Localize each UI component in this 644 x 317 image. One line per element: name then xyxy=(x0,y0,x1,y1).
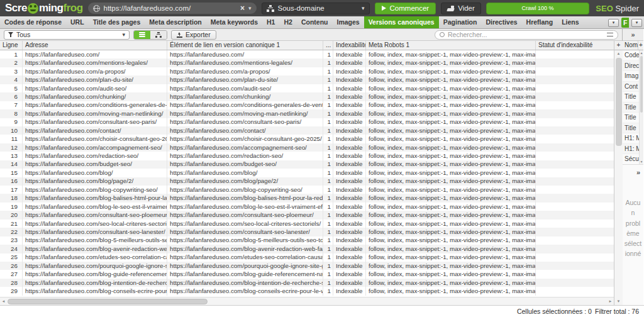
column-header-adresse[interactable]: Adresse xyxy=(23,41,167,50)
tab-9[interactable]: Versions canoniques xyxy=(364,16,439,28)
table-row[interactable]: 2https://lafanfareduseo.com/mentions-leg… xyxy=(0,58,614,67)
table-header-row: Ligne Adresse Élément de lien en version… xyxy=(0,41,614,50)
url-input[interactable]: https://lafanfareduseo.com/ × ▾ xyxy=(88,3,257,14)
tab-8[interactable]: Images xyxy=(332,16,364,28)
tab-1[interactable]: URL xyxy=(66,16,89,28)
tab-14[interactable]: AMP xyxy=(584,16,586,28)
clear-crawl-button[interactable]: Vider xyxy=(441,3,481,14)
url-history-caret-icon[interactable]: ▾ xyxy=(248,6,252,11)
vertical-scrollbar[interactable]: ▲ ▼ xyxy=(614,50,623,305)
start-crawl-button[interactable]: Commencer xyxy=(375,3,436,14)
clear-url-icon[interactable]: × xyxy=(240,4,245,12)
table-row[interactable]: 13https://lafanfareduseo.com/redaction-s… xyxy=(0,152,614,160)
cell-canonical: https://lafanfareduseo.com/blog/page/2/ xyxy=(167,177,323,186)
table-row[interactable]: 17https://lafanfareduseo.com/blog-copywr… xyxy=(0,186,614,194)
panel-scroll-down-icon[interactable]: ▼ xyxy=(640,159,643,164)
cell-ligne: 12 xyxy=(0,143,23,152)
panel-scrollbar[interactable]: ▲▼ xyxy=(639,50,643,164)
cell-indexability-status xyxy=(536,194,614,202)
cell-indexability-status xyxy=(536,169,614,177)
expand-panel-button-bottom[interactable]: » xyxy=(623,165,643,180)
crawl-scope-select[interactable]: Sous-domaine ▾ xyxy=(262,3,370,14)
table-row[interactable]: 21https://lafanfareduseo.com/seo-local-c… xyxy=(0,220,614,228)
column-header-meta-robots[interactable]: Meta Robots 1 xyxy=(366,41,536,50)
horizontal-scrollbar[interactable]: ◄ ► xyxy=(0,297,614,305)
scroll-up-icon[interactable]: ▲ xyxy=(614,50,623,57)
table-row[interactable]: 6https://lafanfareduseo.com/chunking/htt… xyxy=(0,92,614,101)
frog-icon xyxy=(28,3,38,14)
column-header-indexability-status[interactable]: Statut d'indexabilité xyxy=(536,41,614,50)
table-row[interactable]: 10https://lafanfareduseo.com/contact/htt… xyxy=(0,126,614,135)
column-header-occurrences[interactable]: ... xyxy=(323,41,333,50)
cell-canonical: https://lafanfareduseo.com/budget-seo/ xyxy=(167,160,323,169)
add-column-button[interactable]: + xyxy=(614,41,623,50)
tree-view-button[interactable] xyxy=(150,31,167,39)
table-row[interactable]: 7https://lafanfareduseo.com/conditions-g… xyxy=(0,101,614,109)
table-row[interactable]: 11https://lafanfareduseo.com/choisir-con… xyxy=(0,135,614,143)
table-row[interactable]: 19https://lafanfareduseo.com/blog-le-seo… xyxy=(0,203,614,211)
column-header-indexability[interactable]: Indexabilité xyxy=(333,41,366,50)
table-row[interactable]: 23https://lafanfareduseo.com/blog-5-meil… xyxy=(0,236,614,245)
table-row[interactable]: 9https://lafanfareduseo.com/consultant-s… xyxy=(0,118,614,126)
right-panel-tab-dropdown[interactable]: ▾ xyxy=(631,19,642,27)
url-value[interactable]: https://lafanfareduseo.com/ xyxy=(104,4,236,12)
cell-ligne: 10 xyxy=(0,126,23,135)
tab-overflow-dropdown[interactable]: ▾ xyxy=(608,19,619,27)
list-view-button[interactable] xyxy=(134,31,150,39)
cell-canonical: https://lafanfareduseo.com/pourquoi-goog… xyxy=(167,262,323,270)
table-row[interactable]: 28https://lafanfareduseo.com/blog-intent… xyxy=(0,279,614,287)
tab-5[interactable]: H1 xyxy=(262,16,279,28)
tab-4[interactable]: Meta keywords xyxy=(206,16,262,28)
filter-select[interactable]: Tous ▾ xyxy=(4,30,130,40)
cell-occurrences: 1 xyxy=(323,287,333,295)
table-row[interactable]: 16https://lafanfareduseo.com/blog/page/2… xyxy=(0,177,614,186)
tab-10[interactable]: Pagination xyxy=(439,16,482,28)
cell-meta-robots: follow, index, max-snippet:-1, max-video… xyxy=(366,109,536,118)
cell-adresse: https://lafanfareduseo.com/blog-5-meille… xyxy=(23,236,167,245)
scroll-right-icon[interactable]: ► xyxy=(607,298,614,305)
tab-3[interactable]: Meta description xyxy=(145,16,206,28)
tab-11[interactable]: Directives xyxy=(481,16,521,28)
table-row[interactable]: 14https://lafanfareduseo.com/budget-seo/… xyxy=(0,160,614,169)
search-input[interactable] xyxy=(448,31,604,38)
tab-6[interactable]: H2 xyxy=(279,16,296,28)
export-button[interactable]: Exporter xyxy=(171,30,216,40)
tab-13[interactable]: Liens xyxy=(557,16,583,28)
table-row[interactable]: 4https://lafanfareduseo.com/plan-du-site… xyxy=(0,75,614,84)
tab-7[interactable]: Contenu xyxy=(297,16,333,28)
table-row[interactable]: 29https://lafanfareduseo.com/blog-consei… xyxy=(0,287,614,295)
search-box[interactable] xyxy=(435,30,618,40)
scroll-left-icon[interactable]: ◄ xyxy=(0,298,7,305)
scroll-down-icon[interactable]: ▼ xyxy=(614,298,623,305)
cell-canonical: https://lafanfareduseo.com/choisir-consu… xyxy=(167,135,323,143)
table-row[interactable]: 15https://lafanfareduseo.com/blog/https:… xyxy=(0,169,614,177)
cell-indexability-status xyxy=(536,92,614,101)
tab-12[interactable]: Hreflang xyxy=(522,16,558,28)
column-header-ligne[interactable]: Ligne xyxy=(0,41,23,50)
table-row[interactable]: 22https://lafanfareduseo.com/consultant-… xyxy=(0,228,614,236)
table-row[interactable]: 24https://lafanfareduseo.com/blog-avenir… xyxy=(0,245,614,253)
table-row[interactable]: 5https://lafanfareduseo.com/audit-seo/ht… xyxy=(0,84,614,92)
table-row[interactable]: 3https://lafanfareduseo.com/a-propos/htt… xyxy=(0,67,614,75)
table-row[interactable]: 1https://lafanfareduseo.com/https://lafa… xyxy=(0,50,614,58)
table-row[interactable]: 18https://lafanfareduseo.com/blog-balise… xyxy=(0,194,614,202)
search-options-icon[interactable] xyxy=(607,32,613,37)
table-row[interactable]: 26https://lafanfareduseo.com/pourquoi-go… xyxy=(0,262,614,270)
right-panel-active-tab[interactable]: F xyxy=(621,18,629,28)
tab-2[interactable]: Title des pages xyxy=(89,16,145,28)
table-row[interactable]: 27https://lafanfareduseo.com/blog-guide-… xyxy=(0,270,614,278)
horizontal-scroll-thumb[interactable] xyxy=(8,299,208,304)
panel-scroll-thumb[interactable] xyxy=(640,56,643,113)
table-row[interactable]: 25https://lafanfareduseo.com/etudes-seo-… xyxy=(0,253,614,262)
table-row[interactable]: 12https://lafanfareduseo.com/accompagnem… xyxy=(0,143,614,152)
table-row[interactable]: 20https://lafanfareduseo.com/consultant-… xyxy=(0,211,614,219)
panel-column-header-nom[interactable]: Nom xyxy=(623,41,638,50)
panel-scroll-up-icon[interactable]: ▲ xyxy=(640,50,643,55)
expand-panel-button-top[interactable]: » xyxy=(623,29,643,41)
table-row[interactable]: 8https://lafanfareduseo.com/moving-man-n… xyxy=(0,109,614,118)
tab-0[interactable]: Codes de réponse xyxy=(0,16,66,28)
column-header-canonical[interactable]: Élément de lien en version canonique 1 xyxy=(167,41,323,50)
cell-meta-robots: follow, index, max-snippet:-1, max-video… xyxy=(366,67,536,75)
panel-add-column-button[interactable]: + xyxy=(638,41,643,50)
vertical-scroll-thumb[interactable] xyxy=(616,58,622,146)
